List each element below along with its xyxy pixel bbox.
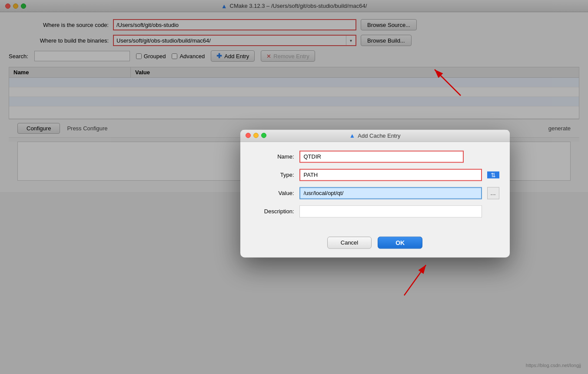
dialog-name-row: Name: (251, 150, 499, 162)
dialog-description-input[interactable] (299, 205, 482, 217)
dialog-value-browse-button[interactable]: … (487, 187, 499, 199)
dialog-buttons: Cancel OK (240, 232, 510, 257)
dialog-body: Name: Type: ⇅ Value: … Description: (240, 142, 510, 232)
dialog-type-label: Type: (251, 172, 294, 178)
dialog-type-input[interactable] (300, 169, 481, 180)
dialog-type-row: Type: ⇅ (251, 169, 499, 181)
dialog-title-text: ▲ Add Cache Entry (349, 132, 400, 139)
dialog-minimize-button[interactable] (253, 133, 259, 138)
dialog-window-controls[interactable] (246, 133, 266, 138)
dialog-type-spinner[interactable]: ⇅ (487, 171, 499, 178)
dialog-title-bar: ▲ Add Cache Entry (240, 129, 510, 142)
dialog-close-button[interactable] (246, 133, 251, 138)
dialog-cmake-icon: ▲ (349, 132, 355, 139)
dialog-name-input[interactable] (299, 150, 464, 162)
dialog-description-label: Description: (251, 208, 294, 215)
ok-button[interactable]: OK (378, 236, 422, 248)
dialog-type-select[interactable] (299, 169, 482, 181)
dialog-maximize-button[interactable] (261, 133, 266, 138)
watermark: https://blog.csdn.net/longjj (526, 363, 581, 368)
dialog-name-label: Name: (251, 153, 294, 160)
dialog-description-row: Description: (251, 205, 499, 217)
add-cache-entry-dialog: ▲ Add Cache Entry Name: Type: ⇅ Value: … (240, 129, 510, 257)
dialog-value-label: Value: (251, 190, 294, 196)
dialog-value-field (299, 187, 482, 199)
dialog-value-input[interactable] (300, 188, 481, 198)
cancel-button[interactable]: Cancel (327, 236, 372, 248)
dialog-value-row: Value: … (251, 187, 499, 199)
